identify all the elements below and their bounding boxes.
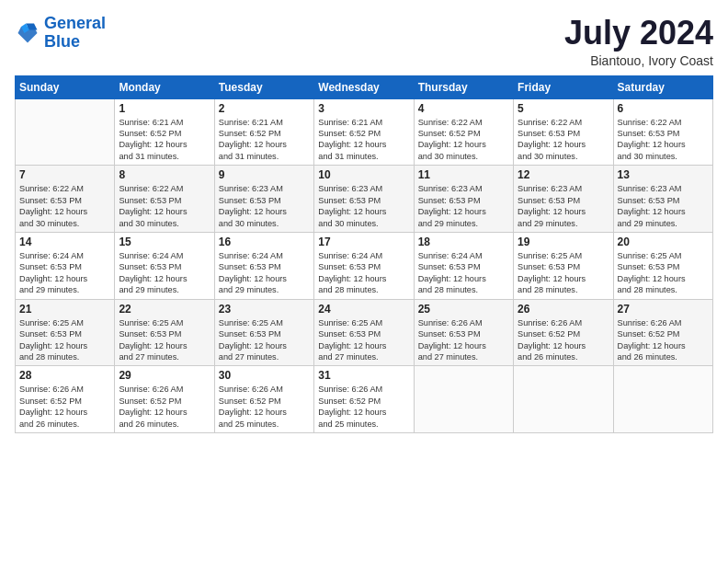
- calendar-cell: 26Sunrise: 6:26 AM Sunset: 6:52 PM Dayli…: [514, 299, 613, 366]
- day-number: 4: [418, 102, 509, 115]
- calendar-week-1: 7Sunrise: 6:22 AM Sunset: 6:53 PM Daylig…: [16, 166, 713, 233]
- logo-line1: General: [44, 14, 106, 32]
- calendar-cell: 27Sunrise: 6:26 AM Sunset: 6:52 PM Dayli…: [613, 299, 712, 366]
- day-number: 6: [618, 102, 709, 115]
- logo-line2: Blue: [44, 32, 80, 51]
- calendar-cell: 10Sunrise: 6:23 AM Sunset: 6:53 PM Dayli…: [314, 166, 414, 233]
- calendar-cell: 13Sunrise: 6:23 AM Sunset: 6:53 PM Dayli…: [613, 166, 712, 233]
- calendar-cell: 1Sunrise: 6:21 AM Sunset: 6:52 PM Daylig…: [115, 98, 214, 166]
- logo-icon: [15, 20, 40, 46]
- calendar-cell: [613, 366, 712, 433]
- day-info: Sunrise: 6:23 AM Sunset: 6:53 PM Dayligh…: [418, 183, 509, 229]
- calendar-cell: 18Sunrise: 6:24 AM Sunset: 6:53 PM Dayli…: [414, 232, 513, 299]
- day-info: Sunrise: 6:22 AM Sunset: 6:53 PM Dayligh…: [518, 117, 609, 163]
- day-number: 12: [518, 168, 609, 181]
- day-info: Sunrise: 6:25 AM Sunset: 6:53 PM Dayligh…: [19, 317, 110, 363]
- calendar-cell: 15Sunrise: 6:24 AM Sunset: 6:53 PM Dayli…: [115, 232, 214, 299]
- logo-text: General Blue: [44, 15, 106, 52]
- calendar-header: SundayMondayTuesdayWednesdayThursdayFrid…: [16, 75, 713, 98]
- day-number: 7: [19, 168, 110, 181]
- day-info: Sunrise: 6:26 AM Sunset: 6:52 PM Dayligh…: [119, 384, 210, 430]
- day-info: Sunrise: 6:26 AM Sunset: 6:52 PM Dayligh…: [518, 317, 609, 363]
- calendar-cell: 2Sunrise: 6:21 AM Sunset: 6:52 PM Daylig…: [214, 98, 313, 166]
- day-number: 28: [19, 369, 110, 382]
- day-number: 5: [518, 102, 609, 115]
- header-row: SundayMondayTuesdayWednesdayThursdayFrid…: [16, 75, 713, 98]
- day-info: Sunrise: 6:25 AM Sunset: 6:53 PM Dayligh…: [518, 250, 609, 296]
- calendar-cell: 30Sunrise: 6:26 AM Sunset: 6:52 PM Dayli…: [214, 366, 313, 433]
- day-number: 11: [418, 168, 509, 181]
- title-block: July 2024 Biantouo, Ivory Coast: [564, 15, 713, 68]
- day-header-saturday: Saturday: [613, 75, 712, 98]
- calendar-cell: 17Sunrise: 6:24 AM Sunset: 6:53 PM Dayli…: [314, 232, 414, 299]
- day-info: Sunrise: 6:23 AM Sunset: 6:53 PM Dayligh…: [219, 183, 310, 229]
- day-number: 1: [119, 102, 210, 115]
- day-info: Sunrise: 6:24 AM Sunset: 6:53 PM Dayligh…: [19, 250, 110, 296]
- calendar-cell: 5Sunrise: 6:22 AM Sunset: 6:53 PM Daylig…: [514, 98, 613, 166]
- day-number: 2: [219, 102, 310, 115]
- day-info: Sunrise: 6:24 AM Sunset: 6:53 PM Dayligh…: [318, 250, 409, 296]
- day-number: 29: [119, 369, 210, 382]
- calendar-cell: 9Sunrise: 6:23 AM Sunset: 6:53 PM Daylig…: [214, 166, 313, 233]
- day-number: 23: [219, 303, 310, 316]
- day-number: 14: [19, 236, 110, 248]
- day-header-thursday: Thursday: [414, 75, 513, 98]
- calendar-cell: [16, 98, 115, 166]
- day-number: 15: [119, 236, 210, 248]
- day-number: 19: [518, 236, 609, 248]
- calendar-cell: 3Sunrise: 6:21 AM Sunset: 6:52 PM Daylig…: [314, 98, 414, 166]
- day-info: Sunrise: 6:22 AM Sunset: 6:53 PM Dayligh…: [618, 117, 709, 163]
- day-info: Sunrise: 6:23 AM Sunset: 6:53 PM Dayligh…: [618, 183, 709, 229]
- day-info: Sunrise: 6:23 AM Sunset: 6:53 PM Dayligh…: [318, 183, 409, 229]
- calendar-cell: 6Sunrise: 6:22 AM Sunset: 6:53 PM Daylig…: [613, 98, 712, 166]
- day-header-monday: Monday: [115, 75, 214, 98]
- calendar-table: SundayMondayTuesdayWednesdayThursdayFrid…: [15, 75, 713, 433]
- calendar-cell: 11Sunrise: 6:23 AM Sunset: 6:53 PM Dayli…: [414, 166, 513, 233]
- header: General Blue July 2024 Biantouo, Ivory C…: [15, 15, 713, 68]
- day-info: Sunrise: 6:22 AM Sunset: 6:53 PM Dayligh…: [119, 183, 210, 229]
- day-number: 22: [119, 303, 210, 316]
- calendar-week-4: 28Sunrise: 6:26 AM Sunset: 6:52 PM Dayli…: [16, 366, 713, 433]
- calendar-cell: 31Sunrise: 6:26 AM Sunset: 6:52 PM Dayli…: [314, 366, 414, 433]
- day-info: Sunrise: 6:21 AM Sunset: 6:52 PM Dayligh…: [119, 117, 210, 163]
- day-info: Sunrise: 6:24 AM Sunset: 6:53 PM Dayligh…: [119, 250, 210, 296]
- day-info: Sunrise: 6:23 AM Sunset: 6:53 PM Dayligh…: [518, 183, 609, 229]
- calendar-cell: [414, 366, 513, 433]
- calendar-cell: 28Sunrise: 6:26 AM Sunset: 6:52 PM Dayli…: [16, 366, 115, 433]
- calendar-cell: 29Sunrise: 6:26 AM Sunset: 6:52 PM Dayli…: [115, 366, 214, 433]
- day-info: Sunrise: 6:24 AM Sunset: 6:53 PM Dayligh…: [418, 250, 509, 296]
- day-info: Sunrise: 6:26 AM Sunset: 6:52 PM Dayligh…: [219, 384, 310, 430]
- day-info: Sunrise: 6:22 AM Sunset: 6:52 PM Dayligh…: [418, 117, 509, 163]
- calendar-cell: 20Sunrise: 6:25 AM Sunset: 6:53 PM Dayli…: [613, 232, 712, 299]
- calendar-cell: 16Sunrise: 6:24 AM Sunset: 6:53 PM Dayli…: [214, 232, 313, 299]
- day-info: Sunrise: 6:26 AM Sunset: 6:52 PM Dayligh…: [618, 317, 709, 363]
- day-info: Sunrise: 6:25 AM Sunset: 6:53 PM Dayligh…: [318, 317, 409, 363]
- day-info: Sunrise: 6:25 AM Sunset: 6:53 PM Dayligh…: [618, 250, 709, 296]
- day-number: 3: [318, 102, 409, 115]
- day-number: 13: [618, 168, 709, 181]
- day-info: Sunrise: 6:22 AM Sunset: 6:53 PM Dayligh…: [19, 183, 110, 229]
- day-number: 30: [219, 369, 310, 382]
- calendar-cell: 23Sunrise: 6:25 AM Sunset: 6:53 PM Dayli…: [214, 299, 313, 366]
- day-header-wednesday: Wednesday: [314, 75, 414, 98]
- day-info: Sunrise: 6:24 AM Sunset: 6:53 PM Dayligh…: [219, 250, 310, 296]
- day-number: 10: [318, 168, 409, 181]
- day-info: Sunrise: 6:26 AM Sunset: 6:53 PM Dayligh…: [418, 317, 509, 363]
- day-number: 18: [418, 236, 509, 248]
- calendar-cell: 21Sunrise: 6:25 AM Sunset: 6:53 PM Dayli…: [16, 299, 115, 366]
- day-info: Sunrise: 6:25 AM Sunset: 6:53 PM Dayligh…: [119, 317, 210, 363]
- calendar-body: 1Sunrise: 6:21 AM Sunset: 6:52 PM Daylig…: [16, 98, 713, 432]
- calendar-cell: 8Sunrise: 6:22 AM Sunset: 6:53 PM Daylig…: [115, 166, 214, 233]
- logo: General Blue: [15, 15, 106, 52]
- day-number: 17: [318, 236, 409, 248]
- page-container: General Blue July 2024 Biantouo, Ivory C…: [0, 0, 728, 441]
- day-number: 24: [318, 303, 409, 316]
- day-number: 21: [19, 303, 110, 316]
- calendar-cell: 14Sunrise: 6:24 AM Sunset: 6:53 PM Dayli…: [16, 232, 115, 299]
- day-number: 9: [219, 168, 310, 181]
- location: Biantouo, Ivory Coast: [564, 53, 713, 68]
- day-header-friday: Friday: [514, 75, 613, 98]
- day-number: 26: [518, 303, 609, 316]
- month-year: July 2024: [564, 15, 713, 52]
- calendar-cell: 4Sunrise: 6:22 AM Sunset: 6:52 PM Daylig…: [414, 98, 513, 166]
